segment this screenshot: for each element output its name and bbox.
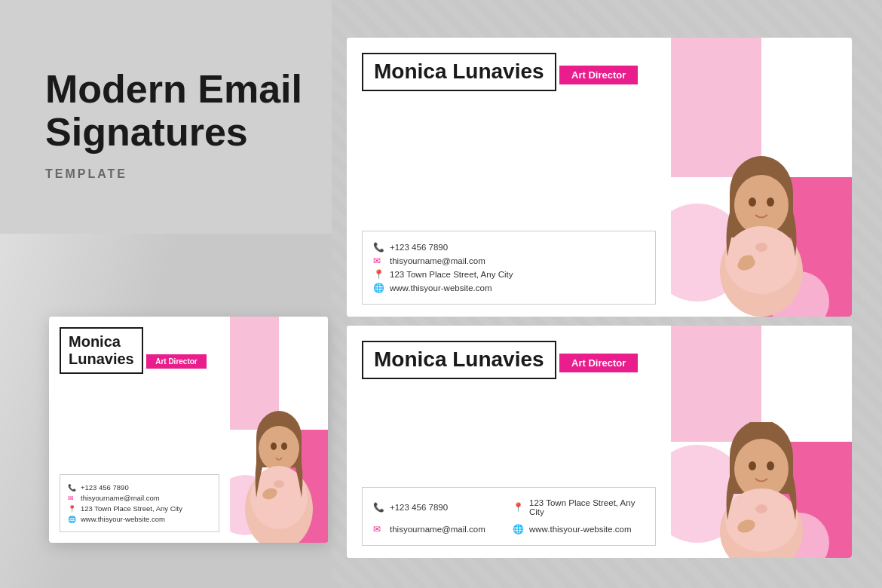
subtitle: TEMPLATE xyxy=(45,167,317,181)
small-photo-area xyxy=(230,317,328,543)
card-1-header: Monica Lunavies Art Director xyxy=(362,53,656,91)
template-card-2: Monica Lunavies Art Director 📞 +123 456 … xyxy=(347,326,852,558)
small-role: Art Director xyxy=(146,354,207,369)
svg-point-21 xyxy=(725,488,798,552)
card-1-photo-area xyxy=(671,38,852,317)
address-icon: 📍 xyxy=(373,269,384,280)
person-svg-2 xyxy=(686,422,837,558)
card-2-header: Monica Lunavies Art Director xyxy=(362,341,656,379)
small-phone-icon: 📞 xyxy=(68,484,76,492)
title-section: Modern Email Signatures TEMPLATE xyxy=(45,68,317,181)
small-email-icon: ✉ xyxy=(68,495,76,502)
person-photo-1 xyxy=(671,38,852,317)
address-icon-2: 📍 xyxy=(513,502,523,513)
small-person-name: MonicaLunavies xyxy=(69,333,134,368)
svg-point-10 xyxy=(725,226,798,294)
email-icon-2: ✉ xyxy=(373,524,384,534)
template-card-1: Monica Lunavies Art Director 📞 +123 456 … xyxy=(347,38,852,317)
phone-icon-2: 📞 xyxy=(373,502,384,513)
contact-phone: 📞 +123 456 7890 xyxy=(373,242,645,253)
small-contact-website: 🌐 www.thisyour-website.com xyxy=(68,515,211,523)
small-website-icon: 🌐 xyxy=(68,516,76,523)
card-2-content: Monica Lunavies Art Director 📞 +123 456 … xyxy=(347,326,671,558)
svg-point-28 xyxy=(259,426,299,471)
small-contact-address: 📍 123 Town Place Street, Any City xyxy=(68,504,211,513)
svg-point-14 xyxy=(749,198,756,207)
contact-address-2: 📍 123 Town Place Street, Any City xyxy=(513,498,645,516)
small-preview-card: MonicaLunavies Art Director 📞 +123 456 7… xyxy=(49,317,328,543)
svg-point-32 xyxy=(274,480,284,488)
card-2-name-box: Monica Lunavies xyxy=(362,341,556,379)
contact-address: 📍 123 Town Place Street, Any City xyxy=(373,269,645,280)
person-svg-1 xyxy=(686,151,837,317)
phone-icon: 📞 xyxy=(373,242,384,253)
small-address-icon: 📍 xyxy=(68,505,76,513)
card-2-role: Art Director xyxy=(559,354,638,372)
svg-point-35 xyxy=(281,443,287,450)
contact-website: 🌐 www.thisyour-website.com xyxy=(373,283,645,293)
contact-email: ✉ thisyourname@mail.com xyxy=(373,256,645,266)
contact-phone-2: 📞 +123 456 7890 xyxy=(373,498,505,516)
card-1-role: Art Director xyxy=(559,66,638,84)
small-card-content: MonicaLunavies Art Director 📞 +123 456 7… xyxy=(49,317,230,543)
svg-point-22 xyxy=(755,504,767,513)
person-photo-2 xyxy=(671,326,852,558)
preview-area: Monica Lunavies Art Director 📞 +123 456 … xyxy=(332,23,867,573)
email-icon: ✉ xyxy=(373,256,384,266)
contact-email-2: ✉ thisyourname@mail.com xyxy=(373,524,505,534)
card-1-name-box: Monica Lunavies xyxy=(362,53,556,91)
svg-point-25 xyxy=(767,461,774,470)
card-1-contact-box: 📞 +123 456 7890 ✉ thisyourname@mail.com … xyxy=(362,231,656,305)
small-card-header: MonicaLunavies Art Director xyxy=(60,327,219,374)
small-contact-phone: 📞 +123 456 7890 xyxy=(68,483,211,492)
small-name-box: MonicaLunavies xyxy=(60,327,143,374)
small-contact-box: 📞 +123 456 7890 ✉ thisyourname@mail.com … xyxy=(60,474,219,532)
svg-point-11 xyxy=(755,243,767,252)
card-2-contact-grid: 📞 +123 456 7890 📍 123 Town Place Street,… xyxy=(373,495,645,537)
contact-website-2: 🌐 www.thisyour-website.com xyxy=(513,524,645,534)
main-title: Modern Email Signatures xyxy=(45,68,317,154)
card-2-person-name: Monica Lunavies xyxy=(374,348,544,372)
svg-point-15 xyxy=(767,198,774,207)
svg-point-34 xyxy=(271,443,277,450)
website-icon-2: 🌐 xyxy=(513,524,523,534)
card-1-content: Monica Lunavies Art Director 📞 +123 456 … xyxy=(347,38,671,317)
website-icon: 🌐 xyxy=(373,283,384,293)
card-2-photo-area xyxy=(671,326,852,558)
small-person-svg xyxy=(234,400,324,543)
small-person-photo xyxy=(230,317,328,543)
card-1-person-name: Monica Lunavies xyxy=(374,60,544,84)
small-contact-email: ✉ thisyourname@mail.com xyxy=(68,494,211,502)
svg-point-24 xyxy=(749,461,756,470)
card-2-contact-box: 📞 +123 456 7890 📍 123 Town Place Street,… xyxy=(362,487,656,546)
